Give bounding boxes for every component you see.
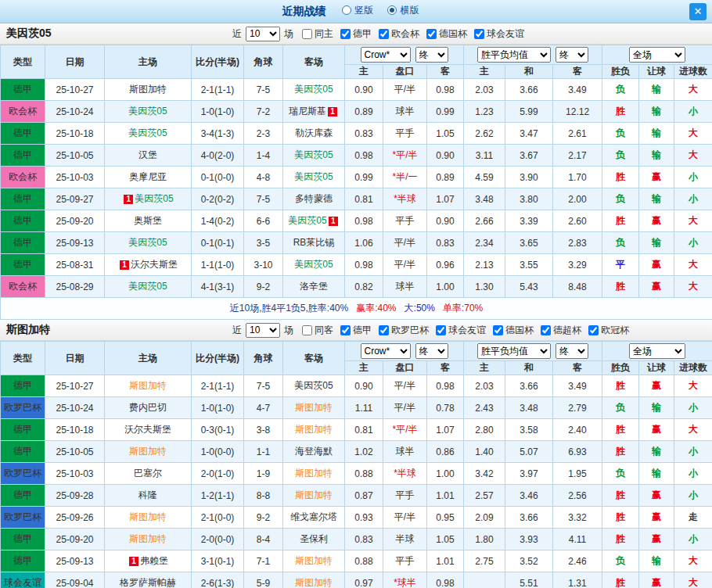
filter-checkbox-item[interactable]: 欧冠杯 [588, 324, 629, 337]
team-link[interactable]: 美因茨05 [294, 84, 333, 95]
filter-checkbox-item[interactable]: 德甲 [340, 324, 372, 337]
team-link[interactable]: RB莱比锡 [293, 237, 335, 248]
column-header: 主场 [105, 45, 192, 79]
match-row: 德甲25-10-18美因茨053-4(1-3)2-3勒沃库森0.83平手1.05… [1, 123, 712, 145]
team-link[interactable]: 沃尔夫斯堡 [131, 259, 178, 270]
team-link[interactable]: 斯图加特 [129, 446, 167, 457]
home-team-cell: 美因茨05 [105, 123, 192, 145]
team-link[interactable]: 费内巴切 [129, 402, 167, 413]
scope-select[interactable]: 全场 [629, 343, 685, 359]
team-link[interactable]: 美因茨05 [288, 215, 326, 226]
filter-checkbox-2[interactable] [379, 325, 389, 335]
sub-column-header: 主 [464, 65, 505, 79]
filter-checkbox-4[interactable] [493, 325, 503, 335]
asian-state-select[interactable]: 终 [415, 343, 448, 359]
filter-checkbox-1[interactable] [340, 29, 351, 39]
team-link[interactable]: 勒沃库森 [295, 127, 333, 138]
team-link[interactable]: 美因茨05 [135, 193, 173, 204]
team-link[interactable]: 斯图加特 [295, 489, 333, 500]
team-link[interactable]: 汉堡 [138, 149, 157, 160]
team-link[interactable]: 弗赖堡 [140, 555, 168, 566]
team-link[interactable]: 美因茨05 [128, 237, 167, 248]
filter-checkbox-item[interactable]: 德超杯 [541, 324, 581, 337]
europe-state-select[interactable]: 终 [556, 47, 588, 63]
filter-checkbox-item[interactable]: 球会友谊 [436, 324, 486, 337]
team-link[interactable]: 美因茨05 [294, 171, 333, 182]
team-link[interactable]: 斯图加特 [295, 577, 333, 588]
match-result-cell: 负 [602, 188, 639, 210]
filter-checkbox-6[interactable] [588, 325, 599, 335]
asian-state-select[interactable]: 终 [415, 47, 448, 63]
asian-away-odds: 0.90 [427, 145, 464, 167]
team-link[interactable]: 海登海默 [295, 446, 333, 457]
filter-checkbox-item[interactable]: 欧会杯 [379, 27, 419, 41]
goals-result-cell: 大 [674, 254, 712, 276]
match-row: 德甲25-09-20奥斯堡1-4(0-2)6-6美因茨0510.98平手0.90… [1, 210, 712, 232]
team-link[interactable]: 斯图加特 [295, 555, 333, 566]
team-link[interactable]: 维戈塞尔塔 [290, 511, 337, 522]
titlebar: 近期战绩 竖版 横版 ✕ [0, 0, 712, 23]
team-link[interactable]: 斯图加特 [295, 402, 333, 413]
europe-away-odds: 12.12 [553, 101, 602, 123]
europe-home-odds: 1.30 [464, 276, 505, 298]
match-result-cell: 胜 [602, 276, 639, 298]
radio-vertical-layout[interactable]: 竖版 [342, 4, 373, 17]
team-link[interactable]: 美因茨05 [128, 127, 167, 138]
filter-checkbox-item[interactable]: 球会友谊 [474, 27, 524, 41]
team-link[interactable]: 奥摩尼亚 [129, 171, 167, 182]
near-count-select[interactable]: 10 [246, 323, 280, 338]
team-link[interactable]: 斯图加特 [129, 511, 167, 522]
asian-source-select[interactable]: Crow* [361, 343, 411, 359]
filter-checkbox-item[interactable]: 德国杯 [426, 27, 467, 41]
filter-checkbox-4[interactable] [474, 29, 484, 39]
scope-select[interactable]: 全场 [629, 47, 685, 63]
team-link[interactable]: 斯图加特 [295, 468, 333, 479]
team-link[interactable]: 美因茨05 [294, 259, 333, 270]
near-count-select[interactable]: 10 [246, 27, 280, 41]
filter-checkbox-5[interactable] [541, 325, 551, 335]
team-link[interactable]: 洛辛堡 [300, 281, 328, 292]
team-link[interactable]: 美因茨05 [294, 380, 333, 391]
filter-checkbox-item[interactable]: 德国杯 [493, 324, 534, 337]
date-cell: 25-10-05 [45, 441, 105, 463]
team-link[interactable]: 格罗萨斯帕赫 [120, 577, 176, 588]
team-link[interactable]: 美因茨05 [128, 106, 167, 117]
team-link[interactable]: 奥斯堡 [134, 215, 162, 226]
filter-checkbox-item[interactable]: 欧罗巴杯 [379, 324, 429, 337]
filter-checkbox-item[interactable]: 德甲 [340, 27, 372, 41]
asian-home-odds: 0.89 [345, 101, 383, 123]
filter-checkbox-3[interactable] [436, 325, 446, 335]
europe-source-select[interactable]: 胜平负均值 [477, 343, 551, 359]
europe-home-odds: 1.80 [464, 529, 505, 550]
filter-checkbox-0[interactable] [302, 325, 312, 335]
score-cell: 4-1(3-1) [192, 276, 244, 298]
team-link[interactable]: 斯图加特 [129, 380, 167, 391]
team-link[interactable]: 斯图加特 [129, 533, 167, 544]
asian-source-select[interactable]: Crow* [361, 47, 411, 63]
team-link[interactable]: 多特蒙德 [295, 193, 333, 204]
asian-home-odds: 0.81 [345, 188, 383, 210]
team-link[interactable]: 巴塞尔 [134, 468, 162, 479]
filter-checkbox-2[interactable] [379, 29, 389, 39]
team-link[interactable]: 斯图加特 [129, 84, 167, 95]
filter-checkbox-0[interactable] [302, 29, 312, 39]
handicap-result-cell: 输 [639, 79, 674, 101]
filter-checkbox-item[interactable]: 同主 [302, 27, 333, 41]
europe-state-select[interactable]: 终 [556, 343, 588, 359]
team-link[interactable]: 沃尔夫斯堡 [124, 424, 171, 435]
team-link[interactable]: 瑞尼斯基 [289, 106, 326, 117]
radio-horizontal-layout[interactable]: 横版 [387, 4, 419, 17]
filter-checkbox-3[interactable] [426, 29, 437, 39]
europe-source-select[interactable]: 胜平负均值 [477, 47, 551, 63]
team-link[interactable]: 斯图加特 [295, 424, 333, 435]
goals-result-cell: 小 [674, 167, 712, 188]
radio-vertical-circle [342, 5, 351, 15]
team-link[interactable]: 美因茨05 [294, 149, 333, 160]
close-button[interactable]: ✕ [689, 3, 707, 20]
filter-checkbox-item[interactable]: 同客 [302, 324, 333, 337]
europe-home-odds: 2.57 [464, 485, 505, 507]
filter-checkbox-1[interactable] [340, 325, 351, 335]
team-link[interactable]: 圣保利 [300, 533, 328, 544]
team-link[interactable]: 科隆 [138, 489, 157, 500]
team-link[interactable]: 美因茨05 [128, 281, 167, 292]
